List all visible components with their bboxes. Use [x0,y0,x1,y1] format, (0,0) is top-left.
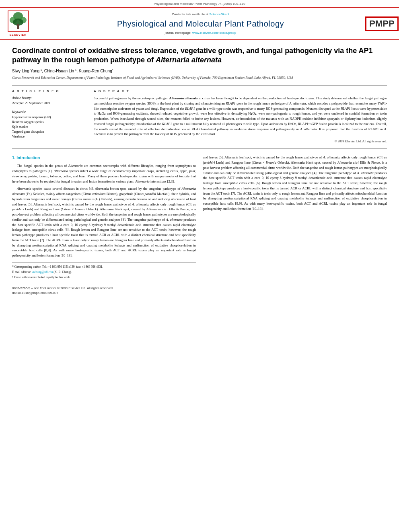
email-link[interactable]: krchung@ufl.edu [32,270,53,274]
article-info-label: A R T I C L E I N F O [12,89,86,93]
copyright: © 2009 Elsevier Ltd. All rights reserved… [94,139,387,144]
footer-issn: 0885-5765/$ – see front matter © 2009 El… [12,286,196,291]
abstract-column: A B S T R A C T Successful pathogenesis … [94,89,387,144]
article-content: Coordinate control of oxidative stress t… [0,46,399,296]
footnote-area: * Corresponding author. Tel.: +1 863 956… [12,262,196,280]
pmpp-label: PMPP [369,19,394,28]
page: Physiological and Molecular Plant Pathol… [0,0,399,532]
journal-homepage: journal homepage: www.elsevier.com/locat… [36,31,365,35]
info-abstract-section: A R T I C L E I N F O Article history: A… [12,89,387,144]
right-para1: and leaves [5]. Alternaria leaf spot, wh… [203,155,387,211]
elsevier-logo: ELSEVIER [4,10,32,37]
journal-citation: Physiological and Molecular Plant Pathol… [0,0,399,7]
corresponding-text: * Corresponding author. Tel.: +1 863 956… [12,265,103,269]
keyword-3: Split marker [12,125,86,129]
keyword-1: Hypersensitive response (HR) [12,115,86,120]
keyword-5: Virulence [12,134,86,139]
footer-bar: 0885-5765/$ – see front matter © 2009 El… [12,284,196,296]
authors-line: Siwy Ling Yang 1, Ching-Hsuan Lin 1, Kua… [12,68,387,74]
citation-text: Physiological and Molecular Plant Pathol… [154,2,245,6]
keywords-label: Keywords: [12,110,86,114]
sciencedirect-link-text[interactable]: ScienceDirect [209,12,229,16]
homepage-link[interactable]: www.elsevier.com/locate/pmpp [192,31,236,35]
sciencedirect-prefix: Contents lists available at [172,12,209,16]
pmpp-logo: PMPP [369,16,395,31]
body-two-col: 1. Introduction The fungal species in th… [12,155,387,295]
body-col-right: and leaves [5]. Alternaria leaf spot, wh… [203,155,387,295]
journal-main-title: Physiological and Molecular Plant Pathol… [36,18,365,29]
author1: Siwy Ling Yang [12,69,41,73]
body-col-left: 1. Introduction The fungal species in th… [12,155,196,295]
homepage-prefix: journal homepage: [165,31,193,35]
divider-1 [12,85,387,86]
sciencedirect-line: Contents lists available at ScienceDirec… [36,12,365,16]
affiliation: Citrus Research and Education Center, De… [12,76,387,80]
keywords-list: Hypersensitive response (HR) Reactive ox… [12,115,86,139]
author3-sup: * [112,69,113,71]
intro-para2: Alternaria species cause several disease… [12,186,196,258]
section-title: Introduction [16,156,40,160]
accepted-date: Accepted 29 September 2009 [12,101,86,105]
email-label: E-mail address: [12,270,31,274]
author3: , Kuang-Ren Chung [76,69,112,73]
keyword-2: Reactive oxygen species [12,120,86,125]
keywords-row: Keywords: Hypersensitive response (HR) R… [12,110,86,139]
journal-header: ELSEVIER Contents lists available at Sci… [0,7,399,40]
history-row: Article history: Accepted 29 September 2… [12,96,86,105]
email-suffix: (K.-R. Chung). [53,270,72,274]
footnote-email: E-mail address: krchung@ufl.edu (K.-R. C… [12,270,196,274]
footnote-corresponding: * Corresponding author. Tel.: +1 863 956… [12,265,196,269]
abstract-text: Successful pathogenesis by the necrotrop… [94,96,387,137]
body-content: 1. Introduction The fungal species in th… [12,155,387,295]
footer-doi: doi:10.1016/j.pmpp.2009.09.007 [12,291,196,296]
section1-heading: 1. Introduction [12,155,196,161]
article-info-column: A R T I C L E I N F O Article history: A… [12,89,86,144]
footnote-equal: ¹ These authors contributed equally to t… [12,275,196,279]
elsevier-tree-icon [7,10,29,32]
elsevier-label: ELSEVIER [10,33,27,37]
title-italic: Alternaria alternata [156,56,222,64]
intro-para1: The fungal species in the genus of Alter… [12,163,196,184]
author2: , Ching-Hsuan Lin [42,69,75,73]
divider-2 [12,148,387,149]
abstract-label: A B S T R A C T [94,89,387,93]
keyword-4: Targeted gene disruption [12,129,86,134]
journal-title-block: Contents lists available at ScienceDirec… [36,12,365,35]
section-number: 1. [12,156,15,160]
article-title: Coordinate control of oxidative stress t… [12,46,387,65]
history-label: Article history: [12,96,86,100]
